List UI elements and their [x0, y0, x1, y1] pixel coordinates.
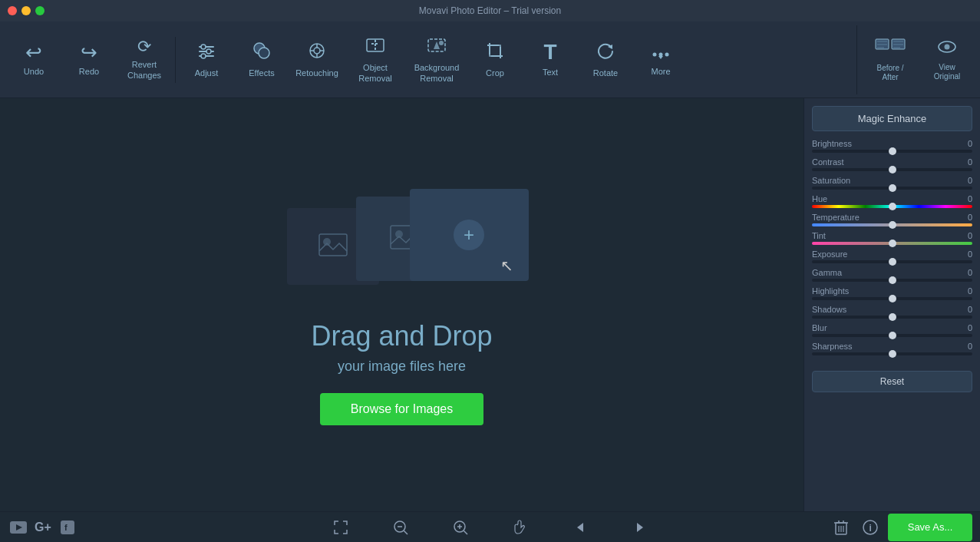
slider-thumb-hue[interactable] — [889, 203, 896, 210]
slider-thumb-brightness[interactable] — [889, 147, 896, 155]
background-removal-icon — [426, 35, 447, 58]
slider-value-tint: 0 — [968, 231, 972, 240]
photo-placeholder-main: + ↖ — [410, 189, 529, 281]
slider-thumb-tint[interactable] — [889, 240, 896, 247]
undo-button[interactable]: ↩ Undo — [6, 25, 61, 94]
info-button[interactable]: i — [859, 516, 882, 539]
more-icon — [651, 42, 671, 62]
minimize-button[interactable] — [21, 6, 31, 15]
slider-thumb-highlights[interactable] — [889, 295, 896, 302]
slider-label-hue: Hue — [812, 194, 827, 203]
svg-point-3 — [201, 45, 206, 49]
slider-thumb-contrast[interactable] — [889, 166, 896, 174]
svg-point-34 — [323, 238, 331, 246]
title-bar: Movavi Photo Editor – Trial version — [0, 0, 980, 21]
slider-value-brightness: 0 — [968, 139, 972, 148]
slider-row-sharpness: Sharpness0 — [812, 342, 972, 355]
slider-thumb-blur[interactable] — [889, 332, 896, 339]
svg-rect-33 — [319, 234, 347, 256]
add-image-plus: + — [454, 220, 484, 250]
reset-button[interactable]: Reset — [812, 371, 972, 392]
effects-button[interactable]: Effects — [234, 25, 289, 94]
slider-track-sharpness[interactable] — [812, 352, 972, 355]
delete-button[interactable] — [830, 516, 853, 539]
svg-point-4 — [206, 49, 211, 54]
right-panel: Magic Enhance Brightness0Contrast0Satura… — [803, 98, 980, 511]
slider-value-shadows: 0 — [968, 305, 972, 314]
slider-value-blur: 0 — [968, 323, 972, 332]
youtube-icon[interactable] — [8, 517, 29, 538]
slider-label-brightness: Brightness — [812, 139, 852, 148]
slider-row-hue: Hue0 — [812, 194, 972, 208]
rotate-icon — [596, 41, 615, 64]
image-placeholder-stack: + ↖ — [287, 185, 517, 300]
object-removal-label: ObjectRemoval — [358, 63, 391, 83]
social-links: G+ f — [0, 517, 86, 538]
slider-track-shadows[interactable] — [812, 316, 972, 319]
more-button[interactable]: More — [633, 25, 688, 94]
slider-track-brightness[interactable] — [812, 150, 972, 153]
facebook-icon[interactable]: f — [57, 517, 78, 538]
slider-track-hue[interactable] — [812, 205, 972, 208]
bottom-center-tools — [314, 515, 667, 540]
slider-track-gamma[interactable] — [812, 279, 972, 282]
svg-point-32 — [945, 44, 950, 49]
before-after-button[interactable]: Before /After — [863, 25, 917, 94]
maximize-button[interactable] — [35, 6, 45, 15]
svg-rect-23 — [490, 45, 500, 56]
slider-thumb-sharpness[interactable] — [889, 350, 896, 358]
slider-track-blur[interactable] — [812, 334, 972, 337]
slider-value-exposure: 0 — [968, 250, 972, 259]
save-as-button[interactable]: Save As... — [888, 514, 972, 541]
view-original-icon — [937, 38, 957, 60]
slider-value-sharpness: 0 — [968, 342, 972, 351]
toolbar: ↩ Undo ↪ Redo ⟳ RevertChanges — [0, 21, 980, 98]
background-removal-label: BackgroundRemoval — [414, 63, 460, 83]
background-removal-button[interactable]: BackgroundRemoval — [406, 25, 467, 94]
slider-thumb-saturation[interactable] — [889, 184, 896, 192]
text-button[interactable]: T Text — [523, 25, 578, 94]
slider-track-highlights[interactable] — [812, 297, 972, 300]
googleplus-icon[interactable]: G+ — [32, 517, 54, 538]
slider-track-exposure[interactable] — [812, 260, 972, 263]
zoom-in-button[interactable] — [434, 515, 487, 540]
slider-thumb-temperature[interactable] — [889, 221, 896, 229]
next-button[interactable] — [613, 515, 667, 540]
crop-button[interactable]: Crop — [467, 25, 523, 94]
svg-line-43 — [404, 530, 408, 534]
slider-label-saturation: Saturation — [812, 176, 850, 185]
canvas-area[interactable]: + ↖ Drag and Drop your image files here … — [0, 98, 803, 511]
slider-row-exposure: Exposure0 — [812, 250, 972, 263]
toolbar-divider-1 — [175, 37, 176, 83]
slider-track-temperature[interactable] — [812, 223, 972, 226]
svg-point-26 — [659, 52, 663, 56]
redo-button[interactable]: ↪ Redo — [61, 25, 117, 94]
main-content: + ↖ Drag and Drop your image files here … — [0, 98, 980, 511]
prev-button[interactable] — [553, 515, 607, 540]
slider-thumb-gamma[interactable] — [889, 276, 896, 284]
retouching-button[interactable]: Retouching — [289, 25, 345, 94]
drag-drop-subtitle: your image files here — [338, 359, 466, 375]
slider-track-contrast[interactable] — [812, 168, 972, 171]
before-after-icon — [875, 38, 906, 61]
slider-row-temperature: Temperature0 — [812, 213, 972, 226]
adjust-label: Adjust — [195, 68, 219, 78]
svg-text:i: i — [869, 523, 872, 534]
slider-track-tint[interactable] — [812, 242, 972, 245]
revert-button[interactable]: ⟳ RevertChanges — [117, 25, 172, 94]
browse-images-button[interactable]: Browse for Images — [320, 393, 483, 425]
object-removal-button[interactable]: ObjectRemoval — [345, 25, 406, 94]
adjust-button[interactable]: Adjust — [179, 25, 234, 94]
pan-tool-button[interactable] — [493, 515, 547, 540]
close-button[interactable] — [8, 6, 17, 15]
window-controls[interactable] — [8, 6, 45, 15]
slider-track-saturation[interactable] — [812, 187, 972, 190]
magic-enhance-button[interactable]: Magic Enhance — [812, 106, 972, 131]
slider-thumb-shadows[interactable] — [889, 313, 896, 321]
rotate-button[interactable]: Rotate — [578, 25, 633, 94]
zoom-out-button[interactable] — [374, 515, 427, 540]
zoom-fit-button[interactable] — [314, 515, 368, 540]
slider-thumb-exposure[interactable] — [889, 258, 896, 266]
slider-label-contrast: Contrast — [812, 157, 844, 167]
view-original-button[interactable]: ViewOriginal — [920, 25, 974, 94]
